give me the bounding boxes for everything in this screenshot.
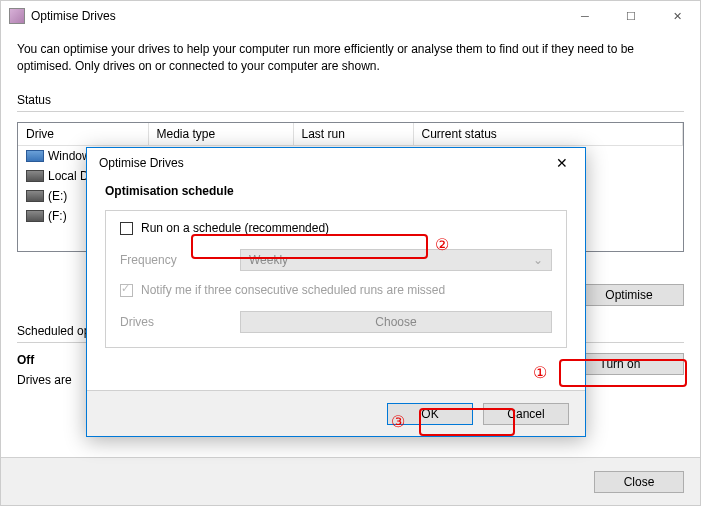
close-main-button[interactable]: Close [594,471,684,493]
drive-name: (F:) [48,209,67,223]
notify-label: Notify me if three consecutive scheduled… [141,283,445,297]
run-schedule-checkbox[interactable] [120,222,133,235]
drive-name: (E:) [48,189,67,203]
cancel-button[interactable]: Cancel [483,403,569,425]
maximize-button[interactable]: ☐ [608,1,654,31]
window-title: Optimise Drives [31,9,562,23]
dialog-heading: Optimisation schedule [105,184,567,198]
ok-button[interactable]: OK [387,403,473,425]
frequency-label: Frequency [120,253,240,267]
intro-text: You can optimise your drives to help you… [17,41,684,75]
col-status[interactable]: Current status [413,123,683,146]
col-lastrun[interactable]: Last run [293,123,413,146]
close-button[interactable]: ✕ [654,1,700,31]
drive-icon [26,170,44,182]
col-media[interactable]: Media type [148,123,293,146]
drive-icon [26,190,44,202]
titlebar: Optimise Drives ─ ☐ ✕ [1,1,700,31]
dialog-button-bar: OK Cancel [87,390,585,436]
divider [17,111,684,112]
main-window: Optimise Drives ─ ☐ ✕ You can optimise y… [0,0,701,506]
drive-icon [26,150,44,162]
app-icon [9,8,25,24]
dialog-close-button[interactable]: ✕ [547,148,577,178]
dialog-titlebar: Optimise Drives ✕ [87,148,585,178]
frequency-value: Weekly [249,253,288,267]
run-schedule-label: Run on a schedule (recommended) [141,221,329,235]
col-drive[interactable]: Drive [18,123,148,146]
status-label: Status [17,93,684,107]
schedule-group: Run on a schedule (recommended) Frequenc… [105,210,567,348]
notify-checkbox [120,284,133,297]
dialog-title: Optimise Drives [99,156,547,170]
drives-label: Drives [120,315,240,329]
drive-icon [26,210,44,222]
bottom-bar: Close [1,457,700,505]
optimise-button[interactable]: Optimise [574,284,684,306]
choose-drives-button: Choose [240,311,552,333]
minimize-button[interactable]: ─ [562,1,608,31]
frequency-combo: Weekly ⌄ [240,249,552,271]
schedule-dialog: Optimise Drives ✕ Optimisation schedule … [86,147,586,437]
chevron-down-icon: ⌄ [533,253,543,267]
